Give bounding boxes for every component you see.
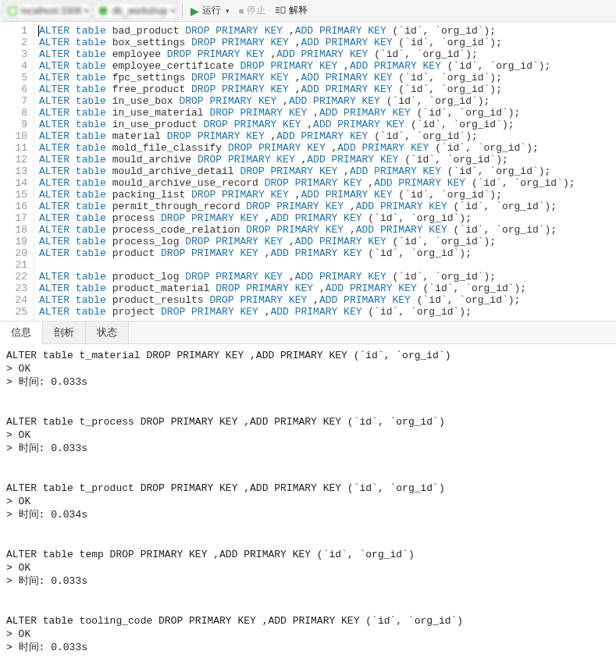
output-block: ALTER table t_material DROP PRIMARY KEY … bbox=[6, 349, 610, 389]
play-icon: ▶ bbox=[190, 5, 199, 17]
line-number: 17 bbox=[3, 212, 27, 224]
stop-button[interactable]: ■ 停止 bbox=[236, 2, 269, 20]
line-number: 1 bbox=[3, 25, 27, 37]
line-number: 12 bbox=[3, 154, 27, 165]
tab-info[interactable]: 信息 bbox=[0, 322, 43, 344]
code-line: ALTER table mould_archive_use_record DRO… bbox=[39, 177, 611, 189]
chevron-down-icon: ▾ bbox=[226, 7, 230, 15]
code-line: ALTER table bad_product DROP PRIMARY KEY… bbox=[39, 25, 611, 37]
explain-button[interactable]: 解释 bbox=[272, 2, 311, 20]
line-number: 15 bbox=[3, 189, 27, 201]
code-line: ALTER table box_settings DROP PRIMARY KE… bbox=[39, 37, 611, 48]
line-number: 22 bbox=[3, 271, 27, 283]
output-panel[interactable]: ALTER table t_material DROP PRIMARY KEY … bbox=[0, 344, 616, 672]
line-number: 24 bbox=[3, 294, 27, 306]
svg-rect-1 bbox=[9, 8, 16, 14]
code-line: ALTER table process_log DROP PRIMARY KEY… bbox=[39, 236, 611, 247]
stop-icon: ■ bbox=[239, 6, 244, 16]
line-number: 2 bbox=[3, 37, 27, 48]
code-line: ALTER table mold_file_classify DROP PRIM… bbox=[39, 142, 611, 154]
code-line: ALTER table in_use_box DROP PRIMARY KEY … bbox=[39, 95, 611, 107]
explain-label: 解释 bbox=[289, 4, 308, 17]
code-line: ALTER table process DROP PRIMARY KEY ,AD… bbox=[39, 212, 611, 224]
connection-label: localhost:3306 bbox=[21, 5, 81, 16]
svg-rect-4 bbox=[276, 9, 280, 11]
line-number: 3 bbox=[3, 48, 27, 60]
run-label: 运行 bbox=[202, 4, 221, 17]
svg-rect-6 bbox=[281, 7, 285, 13]
code-line: ALTER table material DROP PRIMARY KEY ,A… bbox=[39, 130, 611, 142]
run-button[interactable]: ▶ 运行 ▾ bbox=[187, 2, 233, 20]
code-line: ALTER table in_use_product DROP PRIMARY … bbox=[39, 119, 611, 130]
code-line: ALTER table fpc_settings DROP PRIMARY KE… bbox=[39, 72, 611, 84]
code-line: ALTER table product DROP PRIMARY KEY ,AD… bbox=[39, 247, 611, 259]
code-area[interactable]: ALTER table bad_product DROP PRIMARY KEY… bbox=[34, 22, 616, 321]
line-number: 7 bbox=[3, 95, 27, 107]
line-number: 20 bbox=[3, 247, 27, 259]
line-number: 14 bbox=[3, 177, 27, 189]
code-line: ALTER table product_material DROP PRIMAR… bbox=[39, 283, 611, 294]
chevron-down-icon: ▾ bbox=[84, 6, 88, 15]
database-icon bbox=[98, 5, 109, 16]
result-tabs: 信息 剖析 状态 bbox=[0, 322, 616, 344]
sql-editor[interactable]: 1234567891011121314151617181920212223242… bbox=[0, 22, 616, 322]
line-number: 18 bbox=[3, 224, 27, 236]
toolbar-separator bbox=[182, 4, 183, 18]
output-block: ALTER table temp DROP PRIMARY KEY ,ADD P… bbox=[6, 548, 610, 588]
output-block: ALTER table t_product DROP PRIMARY KEY ,… bbox=[6, 482, 610, 521]
svg-rect-5 bbox=[276, 12, 280, 13]
output-block: ALTER table t_process DROP PRIMARY KEY ,… bbox=[6, 415, 610, 455]
toolbar: localhost:3306 ▾ db_workshop ▾ ▶ 运行 ▾ ■ … bbox=[0, 0, 616, 22]
connection-icon bbox=[7, 5, 18, 16]
connection-selector[interactable]: localhost:3306 ▾ bbox=[3, 2, 91, 20]
line-number: 25 bbox=[3, 306, 27, 318]
code-line: ALTER table mould_archive_detail DROP PR… bbox=[39, 165, 611, 177]
code-line: ALTER table product_results DROP PRIMARY… bbox=[39, 294, 611, 306]
code-line: ALTER table in_use_material DROP PRIMARY… bbox=[39, 107, 611, 119]
chevron-down-icon: ▾ bbox=[171, 6, 175, 15]
line-number: 5 bbox=[3, 72, 27, 84]
tab-status[interactable]: 状态 bbox=[86, 322, 129, 343]
database-label: db_workshop bbox=[112, 5, 167, 16]
explain-icon bbox=[275, 5, 286, 16]
line-number: 6 bbox=[3, 84, 27, 95]
line-number: 16 bbox=[3, 201, 27, 212]
code-line: ALTER table permit_through_record DROP P… bbox=[39, 201, 611, 212]
svg-rect-3 bbox=[276, 7, 280, 9]
code-line bbox=[39, 259, 611, 271]
line-gutter: 1234567891011121314151617181920212223242… bbox=[0, 22, 34, 321]
line-number: 21 bbox=[3, 259, 27, 271]
code-line: ALTER table mould_archive DROP PRIMARY K… bbox=[39, 154, 611, 165]
tab-profile[interactable]: 剖析 bbox=[43, 322, 86, 343]
database-selector[interactable]: db_workshop ▾ bbox=[94, 2, 176, 20]
stop-label: 停止 bbox=[247, 4, 265, 17]
code-line: ALTER table employee_certificate DROP PR… bbox=[39, 60, 611, 72]
output-block: ALTER table tooling_code DROP PRIMARY KE… bbox=[6, 614, 610, 654]
code-line: ALTER table process_code_relation DROP P… bbox=[39, 224, 611, 236]
code-line: ALTER table project DROP PRIMARY KEY ,AD… bbox=[39, 306, 611, 318]
code-line: ALTER table packing_list DROP PRIMARY KE… bbox=[39, 189, 611, 201]
line-number: 13 bbox=[3, 165, 27, 177]
line-number: 10 bbox=[3, 130, 27, 142]
line-number: 23 bbox=[3, 283, 27, 294]
line-number: 4 bbox=[3, 60, 27, 72]
code-line: ALTER table employee DROP PRIMARY KEY ,A… bbox=[39, 48, 611, 60]
line-number: 8 bbox=[3, 107, 27, 119]
code-line: ALTER table product_log DROP PRIMARY KEY… bbox=[39, 271, 611, 283]
line-number: 9 bbox=[3, 119, 27, 130]
line-number: 19 bbox=[3, 236, 27, 247]
code-line: ALTER table free_product DROP PRIMARY KE… bbox=[39, 84, 611, 95]
line-number: 11 bbox=[3, 142, 27, 154]
